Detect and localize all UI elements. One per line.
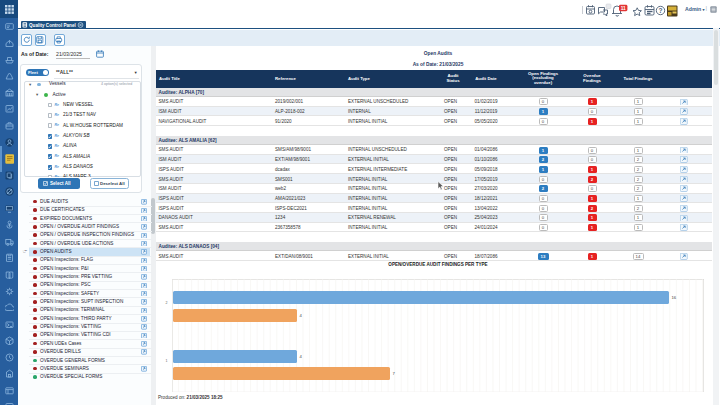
svg-text:Quality Control Panel: Quality Control Panel (29, 22, 76, 27)
svg-text:11: 11 (621, 6, 626, 11)
svg-text:?: ? (659, 7, 663, 14)
